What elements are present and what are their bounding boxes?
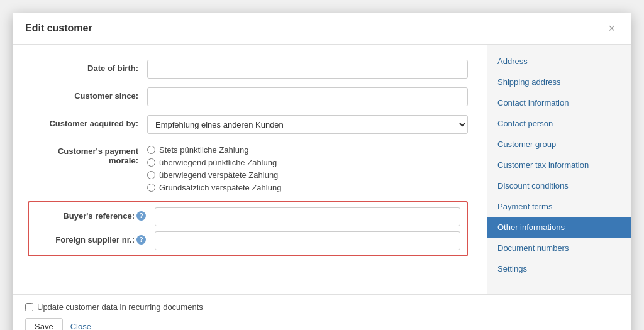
sidebar-item-shipping-address[interactable]: Shipping address xyxy=(487,72,631,92)
customer-acquired-row: Customer acquired by: Empfehlung eines a… xyxy=(28,115,468,134)
payment-morale-radio-1[interactable] xyxy=(147,146,155,154)
payment-morale-option-2[interactable]: überwiegend pünktliche Zahlung xyxy=(147,158,468,167)
buyers-reference-help-icon[interactable]: ? xyxy=(136,211,146,221)
payment-morale-option-label-4: Grundsätzlich verspätete Zahlung xyxy=(159,183,281,192)
date-of-birth-input[interactable] xyxy=(147,60,468,79)
buyers-reference-label: Buyer's reference: ? xyxy=(35,207,155,221)
sidebar-item-discount-conditions[interactable]: Discount conditions xyxy=(487,175,631,196)
buyers-reference-input[interactable] xyxy=(155,207,460,226)
modal-header: Edit customer × xyxy=(13,13,631,45)
main-form: Date of birth: Customer since: Customer … xyxy=(13,45,487,294)
sidebar-item-document-numbers[interactable]: Document numbers xyxy=(487,238,631,258)
close-button[interactable]: × xyxy=(604,21,619,35)
customer-acquired-label: Customer acquired by: xyxy=(28,115,147,128)
sidebar-item-payment-terms[interactable]: Payment terms xyxy=(487,196,631,217)
payment-morale-option-1[interactable]: Stets pünktliche Zahlung xyxy=(147,145,468,155)
sidebar-item-settings[interactable]: Settings xyxy=(487,258,631,279)
close-link-button[interactable]: Close xyxy=(68,318,94,330)
foreign-supplier-label: Foreign supplier nr.: ? xyxy=(35,231,155,245)
sidebar-item-customer-tax[interactable]: Customer tax information xyxy=(487,155,631,175)
date-of-birth-row: Date of birth: xyxy=(28,60,468,79)
sidebar-item-other-informations[interactable]: Other informations xyxy=(487,217,631,238)
footer-buttons: Save Close xyxy=(25,318,94,330)
customer-since-row: Customer since: xyxy=(28,87,468,106)
foreign-supplier-help-icon[interactable]: ? xyxy=(136,235,146,245)
modal-footer: Update customer data in recurring docume… xyxy=(13,294,631,330)
navigation-sidebar: AddressShipping addressContact Informati… xyxy=(487,45,631,294)
edit-customer-modal: Edit customer × Date of birth: Customer … xyxy=(13,13,631,330)
payment-morale-option-label-1: Stets pünktliche Zahlung xyxy=(159,145,248,155)
payment-morale-radio-2[interactable] xyxy=(147,158,155,167)
payment-morale-row: Customer's payment morale: Stets pünktli… xyxy=(28,143,468,192)
modal-title: Edit customer xyxy=(25,23,92,34)
foreign-supplier-row: Foreign supplier nr.: ? xyxy=(35,231,460,250)
payment-morale-option-3[interactable]: überwiegend verspätete Zahlung xyxy=(147,170,468,180)
modal-body: Date of birth: Customer since: Customer … xyxy=(13,45,631,294)
buyers-reference-row: Buyer's reference: ? xyxy=(35,207,460,226)
highlighted-fields-section: Buyer's reference: ? Foreign supplier nr… xyxy=(28,201,468,256)
sidebar-item-contact-person[interactable]: Contact person xyxy=(487,113,631,134)
sidebar-item-address[interactable]: Address xyxy=(487,51,631,72)
save-button[interactable]: Save xyxy=(25,318,63,330)
foreign-supplier-input[interactable] xyxy=(155,231,460,250)
customer-since-label: Customer since: xyxy=(28,87,147,101)
update-checkbox-row: Update customer data in recurring docume… xyxy=(25,302,203,312)
sidebar-item-contact-information[interactable]: Contact Information xyxy=(487,92,631,113)
payment-morale-option-4[interactable]: Grundsätzlich verspätete Zahlung xyxy=(147,183,468,192)
sidebar-item-customer-group[interactable]: Customer group xyxy=(487,134,631,155)
payment-morale-label: Customer's payment morale: xyxy=(28,143,147,165)
payment-morale-options: Stets pünktliche Zahlung überwiegend pün… xyxy=(147,143,468,192)
customer-since-input[interactable] xyxy=(147,87,468,106)
payment-morale-option-label-3: überwiegend verspätete Zahlung xyxy=(159,170,278,180)
payment-morale-radio-4[interactable] xyxy=(147,184,155,192)
payment-morale-option-label-2: überwiegend pünktliche Zahlung xyxy=(159,158,277,167)
update-recurring-label[interactable]: Update customer data in recurring docume… xyxy=(37,302,203,312)
date-of-birth-label: Date of birth: xyxy=(28,60,147,73)
update-recurring-checkbox[interactable] xyxy=(25,303,33,311)
payment-morale-radio-3[interactable] xyxy=(147,171,155,179)
customer-acquired-select[interactable]: Empfehlung eines anderen Kunden xyxy=(147,115,468,134)
